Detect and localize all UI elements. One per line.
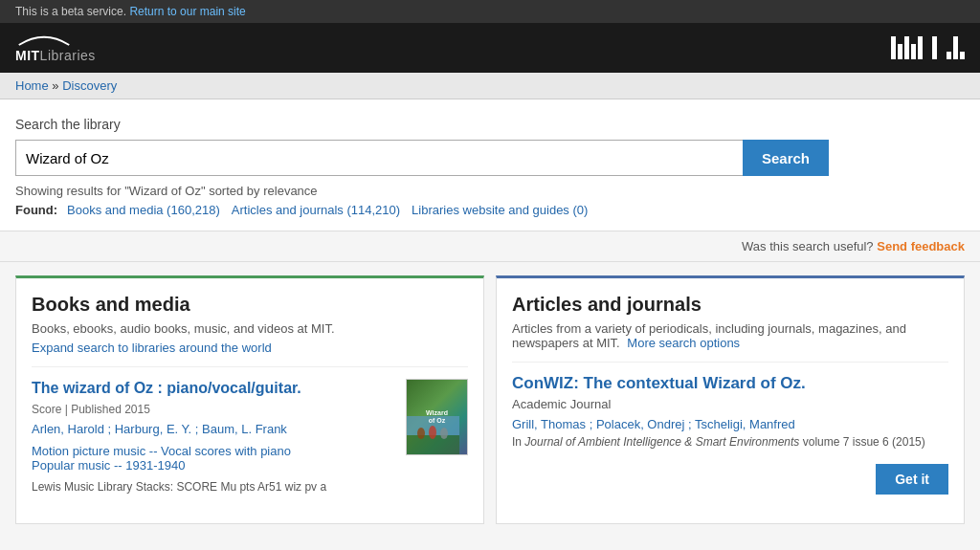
results-info: Showing results for "Wizard of Oz" sorte…	[15, 184, 965, 198]
get-it-button[interactable]: Get it	[876, 464, 948, 495]
site-header: MITLibraries	[0, 23, 980, 73]
subject-link-1[interactable]: Motion picture music -- Vocal scores wit…	[32, 444, 394, 458]
logo-arch-icon	[15, 33, 73, 46]
more-search-options-link[interactable]: More search options	[627, 336, 740, 350]
articles-column-description: Articles from a variety of periodicals, …	[512, 321, 948, 350]
mit-libraries-logo: MITLibraries	[15, 33, 96, 63]
breadcrumb: Home » Discovery	[0, 73, 980, 99]
books-result-meta: Score | Published 2015	[32, 403, 394, 416]
search-row: Search	[15, 140, 965, 176]
get-it-row: Get it	[512, 464, 948, 495]
found-row: Found: Books and media (160,218) Article…	[15, 203, 965, 217]
book-cover-title-text: Wizardof Oz	[426, 409, 448, 426]
books-result-authors: Arlen, Harold ; Harburg, E. Y. ; Baum, L…	[32, 422, 394, 436]
search-button[interactable]: Search	[743, 140, 829, 176]
feedback-link[interactable]: Send feedback	[877, 239, 965, 253]
svg-point-3	[417, 428, 425, 439]
beta-bar: This is a beta service. Return to our ma…	[0, 0, 980, 23]
books-result-item: The wizard of Oz : piano/vocal/guitar. S…	[32, 379, 468, 494]
books-divider	[32, 366, 468, 367]
article-result-source: In Journal of Ambient Intelligence & Sma…	[512, 435, 948, 449]
article-result-type: Academic Journal	[512, 397, 948, 411]
article-source-prefix: In	[512, 435, 524, 449]
articles-column-title: Articles and journals	[512, 294, 948, 316]
search-area: Search the library Search Showing result…	[0, 99, 980, 231]
main-site-link[interactable]: Return to our main site	[129, 5, 245, 18]
search-input[interactable]	[15, 140, 743, 176]
books-result-subjects: Motion picture music -- Vocal scores wit…	[32, 444, 394, 473]
books-column: Books and media Books, ebooks, audio boo…	[15, 275, 484, 524]
svg-point-4	[429, 426, 436, 439]
main-columns: Books and media Books, ebooks, audio boo…	[0, 262, 980, 538]
found-label: Found:	[15, 203, 57, 217]
subject-link-2[interactable]: Popular music -- 1931-1940	[32, 458, 394, 473]
article-result-authors: Grill, Thomas ; Polacek, Ondrej ; Tschel…	[512, 417, 948, 431]
books-result-text: The wizard of Oz : piano/vocal/guitar. S…	[32, 379, 394, 494]
breadcrumb-home[interactable]: Home	[15, 78, 49, 93]
feedback-row: Was this search useful? Send feedback	[0, 231, 980, 262]
expand-search-link[interactable]: Expand search to libraries around the wo…	[32, 341, 272, 355]
article-journal-name: Journal of Ambient Intelligence & Smart …	[524, 435, 799, 449]
breadcrumb-current[interactable]: Discovery	[62, 78, 117, 93]
beta-text: This is a beta service.	[15, 5, 126, 18]
feedback-text: Was this search useful?	[742, 239, 874, 253]
mit-logo	[891, 36, 965, 59]
article-source-suffix: volume 7 issue 6 (2015)	[803, 435, 925, 449]
articles-divider	[512, 362, 948, 363]
articles-column: Articles and journals Articles from a va…	[496, 275, 965, 524]
found-guides-link[interactable]: Libraries website and guides (0)	[412, 203, 588, 217]
books-result-title[interactable]: The wizard of Oz : piano/vocal/guitar.	[32, 380, 301, 396]
books-column-description: Books, ebooks, audio books, music, and v…	[32, 321, 468, 336]
books-column-title: Books and media	[32, 294, 468, 316]
mit-libraries-text: MITLibraries	[15, 48, 96, 63]
books-result-location: Lewis Music Library Stacks: SCORE Mu pts…	[32, 480, 394, 494]
svg-point-5	[440, 428, 448, 439]
book-cover-thumbnail: Wizardof Oz	[406, 379, 468, 455]
article-result-title[interactable]: ConWIZ: The contextual Wizard of Oz.	[512, 374, 806, 392]
found-articles-link[interactable]: Articles and journals (114,210)	[232, 203, 400, 217]
breadcrumb-separator: »	[52, 78, 62, 93]
found-books-link[interactable]: Books and media (160,218)	[67, 203, 220, 217]
search-label: Search the library	[15, 117, 965, 132]
